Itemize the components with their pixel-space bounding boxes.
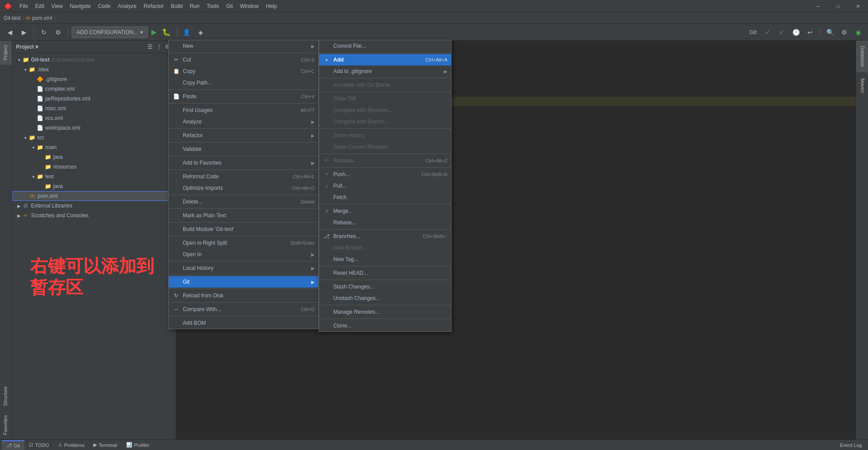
breadcrumb-file[interactable]: pom.xml: [32, 15, 52, 21]
menu-cut[interactable]: ✂ Cut Ctrl+X: [169, 54, 318, 65]
menu-help[interactable]: Help: [262, 2, 281, 10]
git-clock[interactable]: 🕐: [790, 26, 802, 38]
tab-structure[interactable]: Structure: [0, 382, 12, 411]
git-manage-remotes[interactable]: Manage Remotes...: [319, 306, 451, 318]
menu-refactor[interactable]: Refactor ▶: [169, 130, 318, 141]
maximize-button[interactable]: □: [828, 0, 848, 12]
git-push[interactable]: ↑ Push... Ctrl+Shift+K: [319, 169, 451, 180]
close-button[interactable]: ✕: [848, 0, 868, 12]
run-button[interactable]: ▶: [150, 28, 158, 36]
menu-paste[interactable]: 📄 Paste Ctrl+V: [169, 91, 318, 102]
tree-jar-xml[interactable]: 📄 jarRepositories.xml: [12, 94, 176, 104]
menu-copy[interactable]: 📋 Copy Ctrl+C: [169, 65, 318, 77]
git-pull[interactable]: ↓ Pull...: [319, 180, 451, 192]
forward-button[interactable]: ▶: [18, 26, 30, 38]
tree-idea[interactable]: ▾ 📁 .idea: [12, 65, 176, 74]
tree-scratches[interactable]: ▶ ✏ Scratches and Consoles: [12, 211, 176, 220]
menu-add-bom[interactable]: Add BOM: [169, 317, 318, 329]
menu-run[interactable]: Run: [186, 2, 203, 10]
menu-analyze[interactable]: Analyze: [114, 2, 140, 10]
minimize-button[interactable]: ─: [808, 0, 828, 12]
git-branches[interactable]: ⎇ Branches... Ctrl+Shift+`: [319, 231, 451, 242]
debug-button[interactable]: 🐛: [160, 28, 173, 36]
git-commit-file[interactable]: Commit File...: [319, 40, 451, 52]
run-config-dropdown[interactable]: ADD CONFIGURATION... ▾: [72, 27, 148, 38]
git-check1[interactable]: ✓: [761, 26, 774, 38]
menu-delete[interactable]: Delete... Delete: [169, 196, 318, 208]
menu-validate[interactable]: Validate: [169, 143, 318, 155]
menu-view[interactable]: View: [48, 2, 66, 10]
git-check2[interactable]: ✓: [775, 26, 788, 38]
toolbar-user[interactable]: 👤: [180, 26, 193, 38]
tree-src[interactable]: ▾ 📁 src: [12, 133, 176, 142]
settings2-button[interactable]: ⚙: [838, 26, 850, 38]
tree-workspace-xml[interactable]: 📄 workspace.xml: [12, 123, 176, 133]
menu-optimize-imports[interactable]: Optimize Imports Ctrl+Alt+O: [169, 182, 318, 194]
tab-terminal[interactable]: ▶ Terminal: [89, 440, 122, 450]
menu-open-in[interactable]: Open In ▶: [169, 249, 318, 260]
tree-pom-xml[interactable]: m pom.xml: [12, 191, 176, 201]
tab-git[interactable]: ⎇ Git: [2, 440, 24, 450]
tab-favorites[interactable]: Favorites: [0, 411, 12, 439]
tab-database[interactable]: Database: [856, 41, 868, 72]
git-undo[interactable]: ↩: [804, 26, 816, 38]
tree-gitignore[interactable]: 🔶 .gitignore: [12, 74, 176, 84]
tab-problems[interactable]: ⚠ Problems: [54, 440, 89, 450]
tree-test[interactable]: ▾ 📁 test: [12, 172, 176, 181]
tree-vcs-xml[interactable]: 📄 vcs.xml: [12, 113, 176, 123]
git-clone[interactable]: Clone...: [319, 320, 451, 331]
git-merge[interactable]: ⑂ Merge...: [319, 205, 451, 217]
menu-new[interactable]: New ▶: [169, 40, 318, 52]
settings-button[interactable]: ⚙: [52, 26, 64, 38]
git-unstash[interactable]: Unstash Changes...: [319, 292, 451, 304]
menu-analyze[interactable]: Analyze ▶: [169, 116, 318, 127]
git-add[interactable]: ＋ Add Ctrl+Alt+A: [319, 54, 451, 65]
tree-test-java[interactable]: 📁 java: [12, 181, 176, 191]
breadcrumb-project[interactable]: Git-test: [4, 15, 21, 21]
menu-build[interactable]: Build: [167, 2, 186, 10]
git-stash[interactable]: Stash Changes...: [319, 281, 451, 292]
tab-maven[interactable]: Maven: [856, 73, 868, 98]
git-rebase[interactable]: Rebase...: [319, 217, 451, 228]
menu-navigate[interactable]: Navigate: [66, 2, 94, 10]
search-button[interactable]: 🔍: [824, 26, 836, 38]
menu-git[interactable]: Git ▶: [169, 276, 318, 288]
git-add-gitignore[interactable]: Add to .gitignore ▶: [319, 65, 451, 77]
tree-main[interactable]: ▾ 📁 main: [12, 142, 176, 152]
power-button[interactable]: ◉: [852, 26, 864, 38]
tab-project[interactable]: Project: [0, 41, 12, 65]
menu-git[interactable]: Git: [223, 2, 236, 10]
menu-tools[interactable]: Tools: [203, 2, 223, 10]
menu-add-favorites[interactable]: Add to Favorites ▶: [169, 157, 318, 169]
menu-reformat[interactable]: Reformat Code Ctrl+Alt+L: [169, 171, 318, 182]
tab-todo[interactable]: ☑ TODO: [24, 440, 54, 450]
tree-compiler-xml[interactable]: 📄 compiler.xml: [12, 84, 176, 94]
tree-main-java[interactable]: 📁 java: [12, 152, 176, 162]
menu-open-right-split[interactable]: Open in Right Split Shift+Enter: [169, 237, 318, 249]
back-button[interactable]: ◀: [4, 26, 16, 38]
menu-code[interactable]: Code: [94, 2, 114, 10]
refresh-button[interactable]: ↻: [38, 26, 50, 38]
tree-main-resources[interactable]: 📁 resources: [12, 162, 176, 172]
project-expand-all[interactable]: ☰: [146, 42, 154, 51]
menu-mark-plain[interactable]: Mark as Plain Text: [169, 210, 318, 221]
menu-find-usages[interactable]: Find Usages Alt+F7: [169, 104, 318, 116]
tree-misc-xml[interactable]: 📄 misc.xml: [12, 104, 176, 113]
git-fetch[interactable]: Fetch: [319, 192, 451, 203]
menu-compare-with[interactable]: ↔ Compare With... Ctrl+D: [169, 304, 318, 315]
tab-profiler[interactable]: 📊 Profiler: [122, 440, 154, 450]
toolbar-vcs[interactable]: ◈: [194, 26, 207, 38]
menu-reload-disk[interactable]: ↻ Reload from Disk: [169, 290, 318, 301]
project-collapse-all[interactable]: ⋮: [154, 42, 163, 51]
menu-local-history[interactable]: Local History ▶: [169, 262, 318, 274]
git-new-tag[interactable]: New Tag...: [319, 254, 451, 265]
event-log-tab[interactable]: Event Log: [835, 440, 866, 450]
menu-build-module[interactable]: Build Module 'Git-test': [169, 223, 318, 235]
menu-edit[interactable]: Edit: [31, 2, 48, 10]
tree-external-libs[interactable]: ▶ ⊞ External Libraries: [12, 201, 176, 211]
tree-root[interactable]: ▾ 📁 Git-test E:\Code\Git\Git-test: [12, 55, 176, 65]
menu-copy-path[interactable]: Copy Path...: [169, 77, 318, 88]
menu-window[interactable]: Window: [236, 2, 262, 10]
menu-refactor[interactable]: Refactor: [140, 2, 167, 10]
git-reset-head[interactable]: Reset HEAD...: [319, 267, 451, 279]
